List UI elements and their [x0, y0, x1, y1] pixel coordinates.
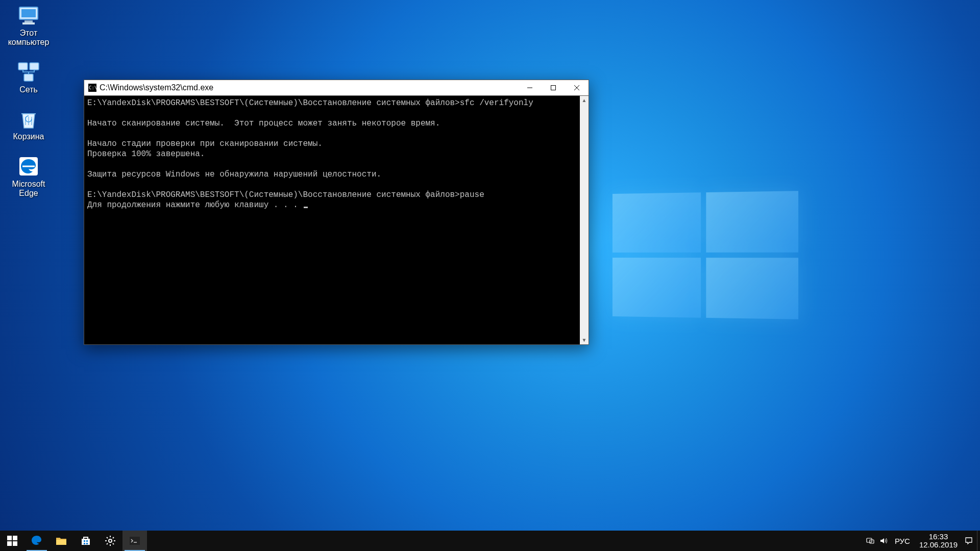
cmd-line: Начало стадии проверки при сканировании …	[87, 139, 323, 148]
cmd-line: E:\YandexDisk\PROGRAMS\BESTSOFT\(Системн…	[87, 190, 484, 199]
desktop-icon-label: Сеть	[19, 85, 38, 94]
svg-rect-2	[24, 20, 33, 22]
cmd-cursor	[304, 207, 308, 208]
svg-rect-18	[130, 537, 140, 545]
desktop-background[interactable]: Этот компьютер Сеть Корзина Microsoft Ed…	[0, 0, 980, 551]
svg-rect-19	[867, 538, 872, 542]
tray-project-icon[interactable]	[864, 531, 876, 551]
system-tray: РУС 16:33 12.06.2019	[864, 531, 977, 551]
tray-date: 12.06.2019	[919, 541, 958, 549]
cmd-line: Начато сканирование системы. Этот процес…	[87, 119, 440, 128]
taskbar-app-settings[interactable]	[98, 531, 122, 551]
start-button[interactable]	[0, 531, 24, 551]
tray-volume-icon[interactable]	[877, 531, 890, 551]
scroll-down-button[interactable]: ▼	[580, 336, 589, 344]
cmd-line: Защита ресурсов Windows не обнаружила на…	[87, 170, 381, 179]
taskbar-app-edge[interactable]	[24, 531, 49, 551]
tray-time: 16:33	[919, 533, 958, 541]
tray-action-center-icon[interactable]	[963, 531, 975, 551]
desktop-icons-column: Этот компьютер Сеть Корзина Microsoft Ed…	[3, 3, 54, 198]
scroll-up-button[interactable]: ▲	[580, 96, 589, 105]
svg-rect-11	[7, 541, 12, 546]
svg-rect-8	[551, 86, 556, 90]
svg-rect-13	[84, 540, 85, 542]
network-icon	[16, 60, 41, 84]
scroll-track[interactable]	[580, 105, 589, 336]
desktop-icon-recycle-bin[interactable]: Корзина	[3, 107, 54, 141]
svg-rect-1	[21, 9, 36, 17]
cmd-output[interactable]: E:\YandexDisk\PROGRAMS\BESTSOFT\(Системн…	[84, 96, 580, 344]
cmd-window[interactable]: C:\Windows\system32\cmd.exe E:\YandexDis…	[84, 80, 589, 345]
taskbar: РУС 16:33 12.06.2019	[0, 531, 980, 551]
tray-language[interactable]: РУС	[891, 531, 914, 551]
taskbar-spacer	[147, 531, 864, 551]
svg-rect-3	[22, 22, 35, 24]
recycle-bin-icon	[16, 107, 41, 131]
windows-logo-art	[612, 191, 798, 319]
svg-rect-15	[84, 543, 85, 544]
close-button[interactable]	[565, 80, 589, 95]
cmd-titlebar[interactable]: C:\Windows\system32\cmd.exe	[84, 80, 589, 95]
cmd-line: Проверка 100% завершена.	[87, 149, 205, 159]
desktop-icon-edge[interactable]: Microsoft Edge	[3, 154, 54, 198]
svg-rect-6	[24, 74, 33, 81]
show-desktop-button[interactable]	[977, 531, 980, 551]
minimize-button[interactable]	[518, 80, 542, 95]
cmd-window-title: C:\Windows\system32\cmd.exe	[100, 83, 518, 92]
taskbar-app-store[interactable]	[74, 531, 98, 551]
cmd-scrollbar[interactable]: ▲ ▼	[580, 96, 589, 344]
taskbar-app-explorer[interactable]	[49, 531, 74, 551]
tray-clock[interactable]: 16:33 12.06.2019	[915, 531, 962, 551]
svg-rect-10	[13, 536, 17, 540]
svg-rect-16	[86, 543, 88, 544]
desktop-icon-network[interactable]: Сеть	[3, 60, 54, 94]
desktop-icon-label: Корзина	[13, 132, 44, 141]
cmd-body: E:\YandexDisk\PROGRAMS\BESTSOFT\(Системн…	[84, 95, 589, 344]
computer-icon	[16, 3, 41, 28]
desktop-icon-this-pc[interactable]: Этот компьютер	[3, 3, 54, 47]
maximize-button[interactable]	[542, 80, 565, 95]
cmd-app-icon	[88, 84, 96, 92]
svg-rect-14	[86, 540, 88, 542]
svg-point-17	[109, 539, 112, 542]
cmd-line: Для продолжения нажмите любую клавишу . …	[87, 201, 303, 210]
svg-rect-9	[7, 536, 12, 540]
taskbar-app-cmd[interactable]	[122, 531, 147, 551]
svg-rect-5	[30, 63, 39, 70]
edge-icon	[16, 154, 41, 179]
window-controls	[518, 80, 589, 95]
desktop-icon-label: Этот компьютер	[8, 29, 50, 47]
desktop-icon-label: Microsoft Edge	[12, 180, 45, 198]
svg-rect-4	[18, 63, 28, 70]
cmd-line: E:\YandexDisk\PROGRAMS\BESTSOFT\(Системн…	[87, 98, 533, 108]
svg-rect-12	[13, 541, 17, 546]
